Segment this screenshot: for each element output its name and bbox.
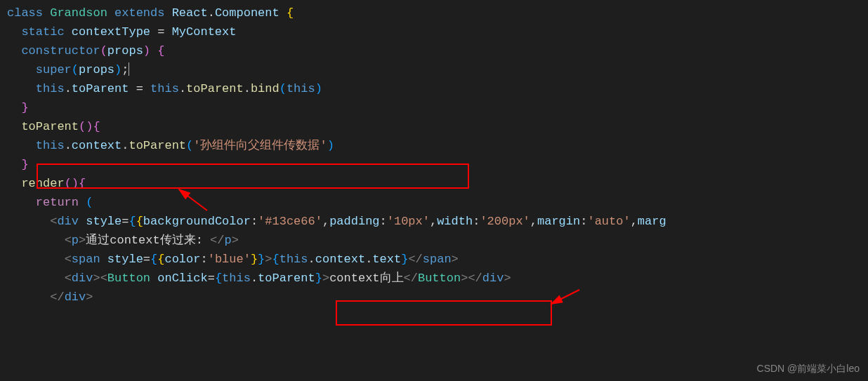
tag-div-close: div bbox=[482, 272, 504, 285]
fn-bind: bind bbox=[251, 82, 280, 95]
dot: . bbox=[208, 6, 215, 20]
prop-margin: margin bbox=[537, 215, 580, 228]
prop-backgroundColor: backgroundColor bbox=[143, 215, 251, 228]
attr-style: style bbox=[86, 215, 121, 228]
keyword-this: this bbox=[36, 82, 65, 95]
keyword-this: this bbox=[36, 139, 65, 152]
tag-div: div bbox=[72, 272, 93, 285]
code-line: toParent(){ bbox=[7, 117, 868, 136]
tag-span: span bbox=[72, 253, 100, 266]
tag-div-close: div bbox=[65, 290, 86, 304]
keyword-return: return bbox=[36, 196, 79, 209]
tag-p: p bbox=[72, 234, 79, 247]
keyword-extends: extends bbox=[114, 6, 164, 20]
keyword-this: this bbox=[222, 272, 251, 285]
fn-toParent: toParent bbox=[186, 82, 244, 95]
code-line: </div> bbox=[7, 288, 868, 307]
code-line: this.context.toParent('孙组件向父组件传数据') bbox=[7, 136, 868, 155]
fn-toParent: toParent bbox=[21, 120, 79, 133]
keyword-static: static bbox=[21, 25, 64, 39]
prop-width: width bbox=[437, 215, 473, 228]
prop-toParent: toParent bbox=[258, 272, 315, 285]
code-line: } bbox=[7, 98, 868, 117]
string-bg: '#13ce66' bbox=[258, 215, 322, 228]
code-line: <div><Button onClick={this.toParent}>con… bbox=[7, 269, 868, 288]
prop-context: context bbox=[72, 139, 121, 152]
text-cursor bbox=[129, 62, 129, 76]
tag-div: div bbox=[57, 215, 79, 228]
keyword-this: this bbox=[287, 82, 315, 95]
component-button: Button bbox=[107, 272, 150, 285]
component-ref: Component bbox=[215, 6, 280, 20]
react-ref: React bbox=[172, 6, 208, 20]
param-props: props bbox=[79, 63, 114, 76]
code-line: return ( bbox=[7, 193, 868, 212]
brace-open: { bbox=[287, 6, 294, 20]
code-line: <div style={{backgroundColor:'#13ce66',p… bbox=[7, 212, 868, 231]
string-margin: 'auto' bbox=[587, 215, 630, 228]
prop-toParent: toParent bbox=[72, 82, 129, 95]
string-width: '200px' bbox=[480, 215, 530, 228]
code-line: } bbox=[7, 155, 868, 174]
tag-span-close: span bbox=[423, 253, 452, 266]
keyword-this: this bbox=[280, 253, 308, 266]
prop-padding: padding bbox=[329, 215, 379, 228]
jsx-button-text: context向上 bbox=[329, 272, 403, 285]
string-color: 'blue' bbox=[208, 253, 251, 266]
prop-color: color bbox=[164, 253, 200, 266]
attr-style: style bbox=[107, 253, 143, 266]
string-literal: '孙组件向父组件传数据' bbox=[193, 139, 327, 152]
prop-context: context bbox=[315, 253, 365, 266]
code-line: <p>通过context传过来: </p> bbox=[7, 231, 868, 250]
code-line: super(props); bbox=[7, 60, 868, 79]
equals: = bbox=[136, 82, 143, 95]
keyword-class: class bbox=[7, 6, 43, 20]
class-name: Grandson bbox=[50, 6, 107, 20]
code-line: <span style={{color:'blue'}}>{this.conte… bbox=[7, 250, 868, 269]
watermark: CSDN @前端菜小白leo bbox=[757, 361, 860, 377]
keyword-this: this bbox=[150, 82, 179, 95]
code-line: static contextType = MyContext bbox=[7, 22, 868, 41]
mycontext-ref: MyContext bbox=[172, 25, 237, 39]
attr-onClick: onClick bbox=[157, 272, 207, 285]
code-line: render(){ bbox=[7, 174, 868, 193]
code-line: constructor(props) { bbox=[7, 41, 868, 60]
prop-text: text bbox=[372, 253, 401, 266]
equals: = bbox=[157, 25, 164, 39]
fn-toParent: toParent bbox=[129, 139, 186, 152]
keyword-super: super bbox=[36, 63, 72, 76]
param-props: props bbox=[107, 44, 143, 58]
code-line: this.toParent = this.toParent.bind(this) bbox=[7, 79, 868, 98]
code-line: class Grandson extends React.Component { bbox=[7, 4, 868, 22]
fn-render: render bbox=[21, 177, 64, 190]
prop-marg: marg bbox=[638, 215, 666, 228]
code-editor[interactable]: class Grandson extends React.Component {… bbox=[0, 0, 868, 307]
keyword-constructor: constructor bbox=[21, 44, 100, 58]
tag-p-close: p bbox=[224, 234, 231, 247]
component-button-close: Button bbox=[418, 272, 461, 285]
string-padding: '10px' bbox=[387, 215, 430, 228]
jsx-text: 通过context传过来: bbox=[86, 234, 210, 247]
prop-contextType: contextType bbox=[72, 25, 150, 39]
